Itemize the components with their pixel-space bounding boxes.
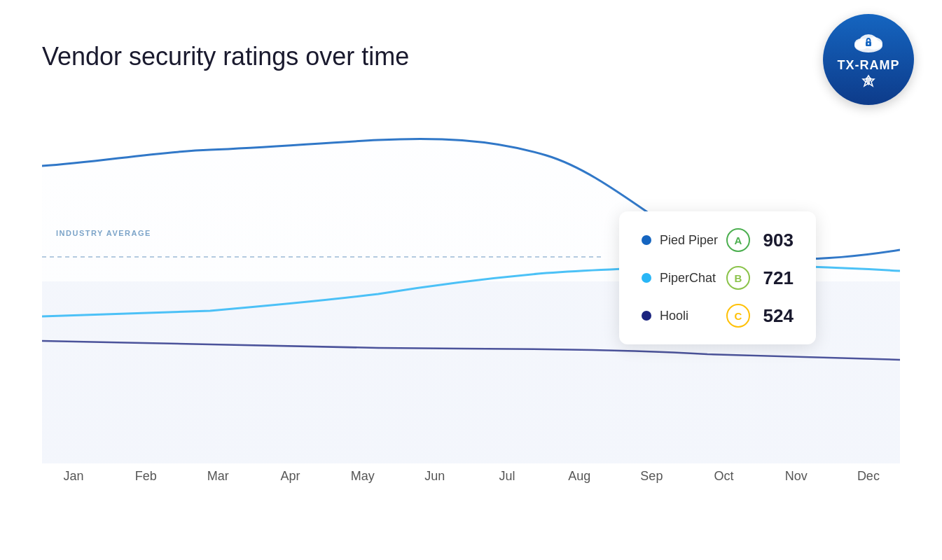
hooli-grade: C (726, 304, 750, 328)
x-label-oct: Oct (693, 469, 756, 484)
cloud-icon (851, 29, 886, 54)
pied-piper-grade: A (726, 228, 750, 252)
pied-piper-label: Pied Piper (660, 233, 718, 248)
chart-container: TX-RAMP Vendor security ratings over tim… (0, 0, 942, 560)
x-label-dec: Dec (837, 469, 900, 484)
piperchat-label: PiperChat (660, 271, 718, 286)
legend-card: Pied Piper A 903 PiperChat B 721 Hooli C (619, 211, 816, 344)
pied-piper-dot (642, 235, 651, 245)
x-label-mar: Mar (186, 469, 249, 484)
x-label-apr: Apr (259, 469, 322, 484)
x-label-sep: Sep (620, 469, 683, 484)
pied-piper-score: 903 (759, 230, 794, 251)
piperchat-score: 721 (759, 267, 794, 289)
x-label-feb: Feb (114, 469, 177, 484)
x-label-jun: Jun (403, 469, 466, 484)
tx-ramp-label: TX-RAMP (838, 58, 900, 73)
x-label-aug: Aug (548, 469, 611, 484)
legend-row-piperchat: PiperChat B 721 (642, 266, 794, 290)
tx-ramp-badge: TX-RAMP (823, 14, 914, 105)
x-label-may: May (331, 469, 394, 484)
legend-row-pied-piper: Pied Piper A 903 (642, 228, 794, 252)
x-label-nov: Nov (765, 469, 828, 484)
page-title: Vendor security ratings over time (42, 42, 900, 71)
piperchat-grade: B (726, 266, 750, 290)
hooli-dot (642, 311, 651, 321)
chart-area: INDUSTRY AVERAGE (42, 99, 900, 463)
hooli-score: 524 (759, 305, 794, 327)
x-axis: Jan Feb Mar Apr May Jun Jul Aug Sep Oct … (42, 469, 900, 484)
hooli-label: Hooli (660, 309, 718, 323)
piperchat-dot (642, 273, 651, 283)
x-label-jul: Jul (476, 469, 539, 484)
industry-avg-label: INDUSTRY AVERAGE (56, 229, 151, 237)
svg-point-5 (868, 43, 869, 44)
legend-row-hooli: Hooli C 524 (642, 304, 794, 328)
x-label-jan: Jan (42, 469, 105, 484)
tx-ramp-state-icon (861, 74, 876, 92)
